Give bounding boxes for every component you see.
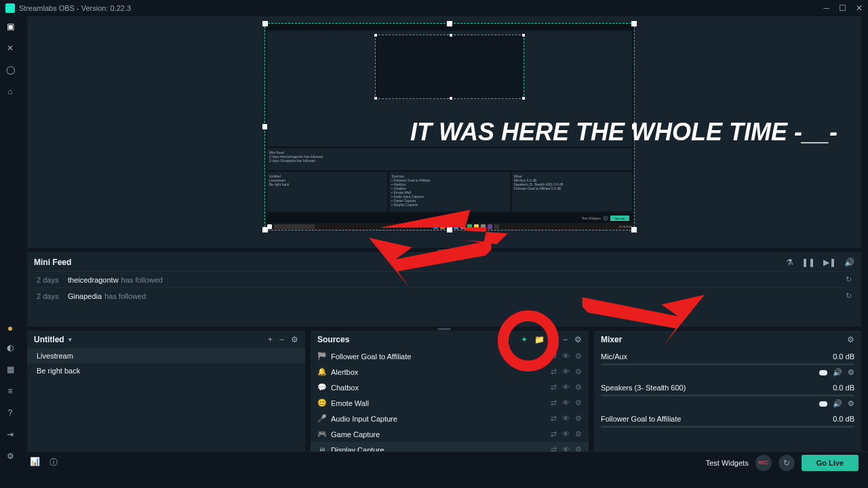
mute-icon[interactable]: 🔊 [833,399,842,408]
volume-icon[interactable]: 🔊 [844,258,854,267]
source-lock-icon[interactable]: ⚙ [575,352,582,361]
notification-dot-icon[interactable] [8,327,12,331]
source-item[interactable]: 🔔Alertbox⇄👁⚙ [311,364,589,380]
nav-studio-icon[interactable]: ◐ [5,343,15,352]
channel-settings-icon[interactable]: ⚙ [848,368,854,377]
nav-search-icon[interactable]: ◯ [5,65,15,75]
channel-settings-icon[interactable]: ⚙ [848,399,854,408]
source-link-icon[interactable]: ⇄ [551,383,557,392]
replay-buffer-button[interactable]: ↻ [778,455,795,471]
source-item[interactable]: 🖥Display Capture⇄👁⚙ [311,442,589,451]
left-nav-lower: ◐ ▦ ≡ ? ⇥ ⚙ [0,327,20,461]
source-link-icon[interactable]: ⇄ [551,414,557,423]
source-link-icon[interactable]: ⇄ [551,399,557,407]
source-visibility-icon[interactable]: 👁 [562,445,570,451]
scene-collection-name[interactable]: Untitled [34,335,64,344]
volume-slider-knob[interactable] [819,401,827,407]
source-link-icon[interactable]: ⇄ [551,367,557,376]
source-visibility-icon[interactable]: 👁 [562,383,570,392]
chevron-down-icon[interactable]: ▾ [68,336,72,343]
source-lock-icon[interactable]: ⚙ [575,445,582,451]
mixer-channel: Follower Goal to Affiliate0.0 dB [601,415,854,428]
record-button[interactable]: REC [755,455,772,471]
source-visibility-icon[interactable]: 👁 [562,414,570,423]
nav-settings-icon[interactable]: ⚙ [5,451,15,461]
remove-source-icon[interactable]: − [563,335,568,344]
skip-icon[interactable]: ▶❚ [823,258,836,267]
source-visibility-icon[interactable]: 👁 [562,352,570,361]
source-lock-icon[interactable]: ⚙ [575,414,582,423]
resize-handle[interactable] [262,21,268,26]
remove-scene-icon[interactable]: − [279,335,284,344]
source-visibility-icon[interactable]: 👁 [562,430,570,439]
source-item[interactable]: 😊Emote Wall⇄👁⚙ [311,395,589,411]
window-minimize-icon[interactable]: ─ [823,3,829,13]
annotation-text: IT WAS HERE THE WHOLE TIME -__- [410,119,837,146]
nav-editor-icon[interactable]: ▣ [5,22,15,31]
volume-meter [601,426,854,428]
info-icon[interactable]: ⓘ [50,457,58,468]
nav-help-icon[interactable]: ? [5,408,15,418]
source-link-icon[interactable]: ⇄ [551,430,557,439]
source-settings-icon[interactable]: ⚙ [574,335,582,344]
test-widgets-button[interactable]: Test Widgets [706,459,749,467]
window-maximize-icon[interactable]: ☐ [839,3,846,13]
mixer-channel: Speakers (3- Stealth 600)0.0 dB🔊⚙ [601,384,854,408]
nav-themes-icon[interactable]: ✕ [5,43,15,53]
source-lock-icon[interactable]: ⚙ [575,430,582,439]
source-item[interactable]: 🎮Game Capture⇄👁⚙ [311,426,589,442]
volume-slider-knob[interactable] [819,370,827,375]
mixer-settings-icon[interactable]: ⚙ [847,335,854,344]
nav-layout-icon[interactable]: ▦ [5,365,15,374]
source-type-icon: 💬 [317,383,326,392]
source-item[interactable]: 🎤Audio Input Capture⇄👁⚙ [311,411,589,426]
app-title: Streamlabs OBS - Version: 0.22.3 [19,4,131,12]
resize-handle[interactable] [447,21,452,26]
nav-bars-icon[interactable]: ≡ [5,386,15,396]
source-type-icon: 🏁 [317,352,326,361]
bottom-bar: 📊 ⓘ Test Widgets REC ↻ Go Live [20,451,868,473]
source-type-icon: 🎮 [317,430,326,439]
mini-feed-title: Mini Feed [34,258,71,267]
stats-icon[interactable]: 📊 [30,457,40,468]
replay-icon[interactable]: ↻ [846,275,852,284]
source-lock-icon[interactable]: ⚙ [575,383,582,392]
source-type-icon: 🎤 [317,414,326,423]
annotation-circle [498,310,559,371]
add-scene-icon[interactable]: + [268,335,273,344]
source-link-icon[interactable]: ⇄ [551,445,557,451]
scenes-panel: Untitled▾ + − ⚙ Livestream Be right back [27,331,305,451]
sources-title: Sources [317,335,349,344]
filter-icon[interactable]: ⚗ [786,258,793,267]
window-close-icon[interactable]: ✕ [856,3,863,13]
nav-logout-icon[interactable]: ⇥ [5,430,15,439]
titlebar: Streamlabs OBS - Version: 0.22.3 ─ ☐ ✕ [0,0,868,16]
scene-settings-icon[interactable]: ⚙ [291,335,298,344]
pause-icon[interactable]: ❚❚ [802,258,815,267]
source-type-icon: 🖥 [317,446,326,452]
volume-meter [601,394,854,396]
resize-handle[interactable] [262,227,268,232]
replay-icon[interactable]: ↻ [846,291,852,300]
resize-handle[interactable] [631,21,637,26]
scene-item[interactable]: Be right back [27,363,305,378]
source-type-icon: 🔔 [317,367,326,376]
source-visibility-icon[interactable]: 👁 [562,399,570,407]
source-lock-icon[interactable]: ⚙ [575,367,582,376]
go-live-button[interactable]: Go Live [802,455,859,471]
scene-item[interactable]: Livestream [27,348,305,363]
source-visibility-icon[interactable]: 👁 [562,367,570,376]
source-type-icon: 😊 [317,399,326,407]
source-lock-icon[interactable]: ⚙ [575,399,582,407]
source-item[interactable]: 💬Chatbox⇄👁⚙ [311,380,589,395]
mute-icon[interactable]: 🔊 [833,368,842,377]
app-logo-icon [5,3,15,13]
nav-store-icon[interactable]: ⌂ [5,87,15,96]
